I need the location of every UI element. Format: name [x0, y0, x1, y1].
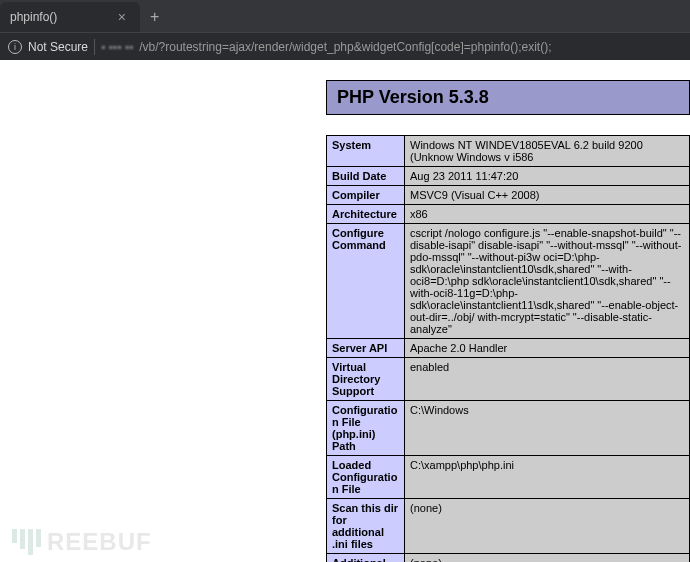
tab-title: phpinfo()	[10, 10, 114, 24]
phpinfo-table: SystemWindows NT WINDEV1805EVAL 6.2 buil…	[326, 135, 690, 562]
url-host-obscured: ▪ ▪▪▪ ▪▪	[101, 40, 133, 54]
row-value: C:\Windows	[405, 401, 690, 456]
table-row: Scan this dir for additional .ini files(…	[327, 499, 690, 554]
row-value: Windows NT WINDEV1805EVAL 6.2 build 9200…	[405, 136, 690, 167]
row-label: Architecture	[327, 205, 405, 224]
address-bar[interactable]: i Not Secure ▪ ▪▪▪ ▪▪ /vb/?routestring=a…	[0, 32, 690, 60]
row-label: Configuration File (php.ini) Path	[327, 401, 405, 456]
table-row: Architecturex86	[327, 205, 690, 224]
row-label: Scan this dir for additional .ini files	[327, 499, 405, 554]
table-row: Virtual Directory Supportenabled	[327, 358, 690, 401]
row-value: (none)	[405, 499, 690, 554]
row-value: cscript /nologo configure.js "--enable-s…	[405, 224, 690, 339]
info-icon[interactable]: i	[8, 40, 22, 54]
row-label: Additional .ini files parsed	[327, 554, 405, 563]
table-row: Loaded Configuration FileC:\xampp\php\ph…	[327, 456, 690, 499]
table-row: SystemWindows NT WINDEV1805EVAL 6.2 buil…	[327, 136, 690, 167]
tab-strip: phpinfo() × +	[0, 0, 690, 32]
table-row: Configuration File (php.ini) PathC:\Wind…	[327, 401, 690, 456]
row-label: Loaded Configuration File	[327, 456, 405, 499]
page-content: PHP Version 5.3.8 SystemWindows NT WINDE…	[0, 60, 690, 562]
close-tab-icon[interactable]: ×	[114, 9, 130, 25]
divider	[94, 39, 95, 55]
not-secure-label: Not Secure	[28, 40, 88, 54]
row-label: Configure Command	[327, 224, 405, 339]
row-label: Server API	[327, 339, 405, 358]
table-row: Additional .ini files parsed(none)	[327, 554, 690, 563]
row-value: Apache 2.0 Handler	[405, 339, 690, 358]
table-row: CompilerMSVC9 (Visual C++ 2008)	[327, 186, 690, 205]
row-label: Compiler	[327, 186, 405, 205]
row-value: x86	[405, 205, 690, 224]
table-row: Server APIApache 2.0 Handler	[327, 339, 690, 358]
row-label: Build Date	[327, 167, 405, 186]
phpinfo-header: PHP Version 5.3.8	[326, 80, 690, 115]
row-value: Aug 23 2011 11:47:20	[405, 167, 690, 186]
row-label: Virtual Directory Support	[327, 358, 405, 401]
url-path: /vb/?routestring=ajax/render/widget_php&…	[139, 40, 551, 54]
row-label: System	[327, 136, 405, 167]
table-row: Build DateAug 23 2011 11:47:20	[327, 167, 690, 186]
row-value: MSVC9 (Visual C++ 2008)	[405, 186, 690, 205]
table-row: Configure Commandcscript /nologo configu…	[327, 224, 690, 339]
new-tab-button[interactable]: +	[140, 2, 169, 32]
row-value: C:\xampp\php\php.ini	[405, 456, 690, 499]
php-version-title: PHP Version 5.3.8	[337, 87, 679, 108]
active-tab[interactable]: phpinfo() ×	[0, 2, 140, 32]
row-value: enabled	[405, 358, 690, 401]
row-value: (none)	[405, 554, 690, 563]
